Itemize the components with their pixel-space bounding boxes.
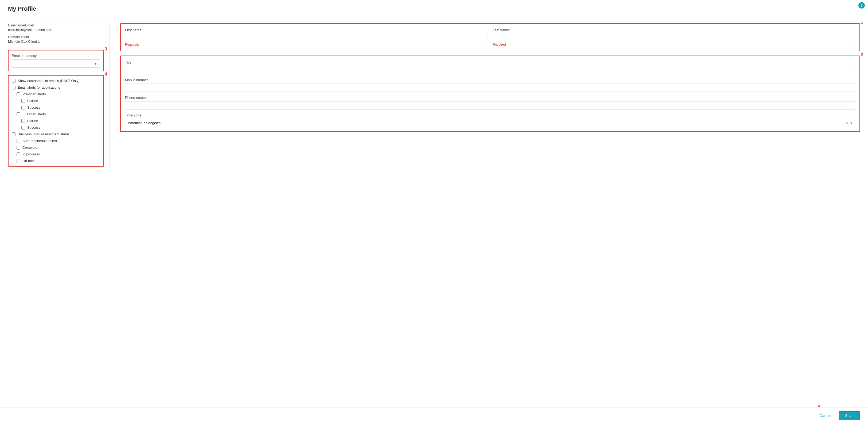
primary-client-label: Primary client: [8, 35, 104, 39]
section3-box: 3 Email frequency Daily Weekly Monthly ▼: [8, 50, 104, 71]
first-name-error: Required.: [125, 43, 488, 46]
last-name-field: Last name* Required.: [493, 28, 855, 46]
on-hold-checkbox[interactable]: [17, 159, 20, 163]
first-name-label: First name*: [125, 28, 488, 32]
timezone-label: Time Zone: [125, 113, 855, 117]
email-frequency-wrapper: Daily Weekly Monthly ▼: [12, 59, 100, 68]
timezone-field: Time Zone America/Los Angeles America/Ne…: [125, 113, 855, 127]
help-icon[interactable]: ?: [858, 2, 865, 8]
checkbox-in-progress: In progress: [12, 152, 100, 156]
complete-label: Complete: [23, 145, 37, 150]
left-panel: Username/Email colin.hillis@whitehatsec.…: [8, 23, 110, 170]
checkbox-full-scan-failure: Failure: [12, 119, 100, 123]
first-name-input[interactable]: [125, 34, 488, 42]
main-layout: Username/Email colin.hillis@whitehatsec.…: [8, 23, 860, 170]
section5-number: 5: [817, 403, 820, 408]
complete-checkbox[interactable]: [17, 146, 20, 150]
section2-box: 2 Title Mobile number Phone number Time …: [120, 56, 860, 132]
biz-logic-status-checkbox[interactable]: [12, 132, 16, 136]
section3-number: 3: [105, 47, 107, 52]
full-scan-success-checkbox[interactable]: [21, 126, 25, 130]
auto-reschedule-label: Auto reschedule failed: [23, 139, 57, 143]
auto-reschedule-checkbox[interactable]: [17, 139, 20, 143]
full-scan-failure-checkbox[interactable]: [21, 119, 25, 123]
checkbox-pre-scan-success: Success: [12, 105, 100, 109]
checkbox-group: Show hostnames in emails (DAST Only) Ema…: [12, 79, 100, 163]
pre-scan-success-label: Success: [27, 105, 40, 109]
page-container: ? My Profile Username/Email colin.hillis…: [0, 0, 868, 424]
full-scan-success-label: Success: [27, 126, 40, 130]
checkbox-full-scan-success: Success: [12, 126, 100, 130]
title-field: Title: [125, 60, 855, 74]
checkbox-show-hostnames: Show hostnames in emails (DAST Only): [12, 79, 100, 83]
timezone-select[interactable]: America/Los Angeles America/New York Ame…: [125, 119, 855, 127]
divider: [8, 18, 860, 18]
footer: 5 Cancel Save: [0, 407, 868, 424]
phone-input[interactable]: [125, 101, 855, 109]
title-label: Title: [125, 60, 855, 64]
timezone-controls: × ▼: [846, 121, 853, 125]
name-row: First name* Required. Last name* Require…: [125, 28, 855, 46]
checkbox-email-alerts-apps: Email alerts for applications: [12, 86, 100, 90]
full-scan-alerts-label: Full scan alerts: [23, 112, 46, 116]
last-name-error: Required.: [493, 43, 855, 46]
checkbox-pre-scan-alerts: Pre-scan alerts: [12, 92, 100, 96]
timezone-wrapper: America/Los Angeles America/New York Ame…: [125, 119, 855, 127]
section1-number: 1: [861, 20, 863, 25]
phone-field: Phone number: [125, 96, 855, 109]
user-info: Username/Email colin.hillis@whitehatsec.…: [8, 23, 104, 43]
last-name-input[interactable]: [493, 34, 855, 42]
username-label: Username/Email: [8, 23, 104, 27]
primary-client-value: Michele Cox Client 1: [8, 39, 104, 43]
username-value: colin.hillis@whitehatsec.com: [8, 28, 104, 32]
section4-number: 4: [105, 72, 107, 77]
in-progress-label: In progress: [23, 152, 40, 156]
cancel-button[interactable]: Cancel: [815, 412, 835, 420]
section4-box: 4 Show hostnames in emails (DAST Only) E…: [8, 75, 104, 167]
last-name-label: Last name*: [493, 28, 855, 32]
mobile-input[interactable]: [125, 84, 855, 92]
pre-scan-alerts-label: Pre-scan alerts: [23, 92, 46, 96]
show-hostnames-label: Show hostnames in emails (DAST Only): [18, 79, 80, 83]
title-input[interactable]: [125, 66, 855, 74]
checkbox-biz-logic-status: Business logic assessment status: [12, 132, 100, 136]
page-title: My Profile: [8, 5, 860, 12]
timezone-clear-icon[interactable]: ×: [846, 121, 848, 125]
email-frequency-select[interactable]: Daily Weekly Monthly: [12, 59, 100, 68]
email-alerts-apps-checkbox[interactable]: [12, 86, 16, 90]
mobile-field: Mobile number: [125, 78, 855, 92]
checkbox-pre-scan-failure: Failure: [12, 99, 100, 103]
right-panel: 1 First name* Required. Last name*: [110, 23, 860, 170]
mobile-label: Mobile number: [125, 78, 855, 82]
email-alerts-apps-label: Email alerts for applications: [18, 86, 60, 90]
pre-scan-failure-checkbox[interactable]: [21, 99, 25, 103]
checkbox-full-scan-alerts: Full scan alerts: [12, 112, 100, 116]
section1-box: 1 First name* Required. Last name*: [120, 23, 860, 51]
on-hold-label: On hold: [23, 159, 35, 163]
phone-label: Phone number: [125, 96, 855, 100]
first-name-field: First name* Required.: [125, 28, 488, 46]
save-button[interactable]: Save: [839, 411, 860, 420]
timezone-arrow-icon: ▼: [850, 121, 853, 125]
show-hostnames-checkbox[interactable]: [12, 79, 16, 83]
pre-scan-failure-label: Failure: [27, 99, 38, 103]
full-scan-failure-label: Failure: [27, 119, 38, 123]
checkbox-auto-reschedule: Auto reschedule failed: [12, 139, 100, 143]
biz-logic-status-label: Business logic assessment status: [18, 132, 69, 136]
checkbox-complete: Complete: [12, 145, 100, 150]
email-frequency-label: Email frequency: [12, 54, 100, 58]
checkbox-on-hold: On hold: [12, 159, 100, 163]
section2-number: 2: [861, 52, 863, 57]
pre-scan-alerts-checkbox[interactable]: [17, 92, 20, 96]
in-progress-checkbox[interactable]: [17, 153, 20, 156]
pre-scan-success-checkbox[interactable]: [21, 106, 25, 109]
full-scan-alerts-checkbox[interactable]: [17, 112, 20, 116]
